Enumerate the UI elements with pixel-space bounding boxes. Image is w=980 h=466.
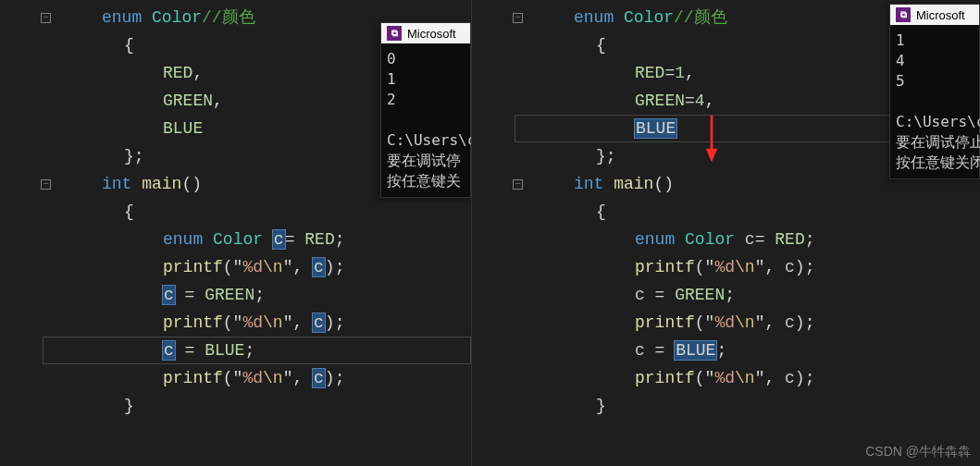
code-line[interactable]: { <box>43 198 134 226</box>
console-title: Microsoft <box>407 27 456 41</box>
console-titlebar[interactable]: ⧉ Microsoft <box>381 23 470 43</box>
console-window-left[interactable]: ⧉ Microsoft 0 1 2 C:\Users\co 要在调试停 按任意键… <box>380 22 471 198</box>
selection-highlight: c <box>313 258 325 276</box>
code-line[interactable]: int main() <box>43 170 202 198</box>
code-line[interactable]: { <box>43 31 134 59</box>
code-line[interactable]: enum Color c= RED; <box>43 226 345 253</box>
code-line[interactable]: enum Color//颜色 <box>43 4 255 31</box>
code-line[interactable]: enum Color c= RED; <box>515 226 815 253</box>
code-line[interactable]: printf("%d\n", c); <box>515 364 814 392</box>
code-line[interactable]: } <box>43 392 134 420</box>
selection-highlight: c <box>313 369 325 387</box>
code-line[interactable]: printf("%d\n", c); <box>515 309 814 337</box>
editor-pane-left: − enum Color//颜色 { RED, GREEN, BLUE }; −… <box>0 0 472 466</box>
code-line[interactable]: }; <box>43 142 144 170</box>
code-line[interactable]: RED=1, <box>515 59 695 87</box>
code-line[interactable]: c = GREEN; <box>515 281 735 309</box>
code-line[interactable]: GREEN=4, <box>515 87 714 115</box>
console-output: 0 1 2 C:\Users\co 要在调试停 按任意键关 <box>381 43 470 197</box>
code-line[interactable]: BLUE <box>515 115 676 142</box>
code-line[interactable]: GREEN, <box>43 87 223 115</box>
selection-highlight: BLUE <box>635 119 676 138</box>
code-line[interactable]: { <box>515 31 606 59</box>
console-titlebar[interactable]: ⧉ Microsoft <box>890 5 979 25</box>
selection-highlight: c <box>313 313 325 332</box>
selection-highlight: BLUE <box>675 341 716 360</box>
console-title: Microsoft <box>916 8 965 22</box>
selection-highlight: c <box>273 230 285 249</box>
app-icon: ⧉ <box>896 7 911 22</box>
console-window-right[interactable]: ⧉ Microsoft 1 4 5 C:\Users\co 要在调试停止 按任意… <box>889 4 980 179</box>
selection-highlight: c <box>163 286 175 304</box>
code-line[interactable]: c = BLUE; <box>43 337 254 364</box>
watermark-text: CSDN @牛牪犇犇 <box>865 444 971 460</box>
code-line[interactable]: printf("%d\n", c); <box>43 309 344 337</box>
code-line[interactable]: printf("%d\n", c); <box>43 364 344 392</box>
editor-pane-right: − enum Color//颜色 { RED=1, GREEN=4, BLUE … <box>472 0 980 466</box>
code-line[interactable]: int main() <box>515 170 674 198</box>
code-line[interactable]: }; <box>515 142 616 170</box>
selection-highlight: c <box>163 341 175 360</box>
code-line[interactable]: enum Color//颜色 <box>515 4 727 31</box>
code-line[interactable]: { <box>515 198 606 226</box>
code-line[interactable]: BLUE <box>43 115 203 142</box>
code-line[interactable]: RED, <box>43 59 203 87</box>
code-line[interactable]: c = GREEN; <box>43 281 265 309</box>
app-icon: ⧉ <box>387 26 402 41</box>
code-line[interactable]: printf("%d\n", c); <box>43 253 344 281</box>
console-output: 1 4 5 C:\Users\co 要在调试停止 按任意键关闭 <box>890 25 979 178</box>
code-line[interactable]: } <box>515 392 606 420</box>
code-line[interactable]: printf("%d\n", c); <box>515 253 814 281</box>
code-line[interactable]: c = BLUE; <box>515 337 726 364</box>
